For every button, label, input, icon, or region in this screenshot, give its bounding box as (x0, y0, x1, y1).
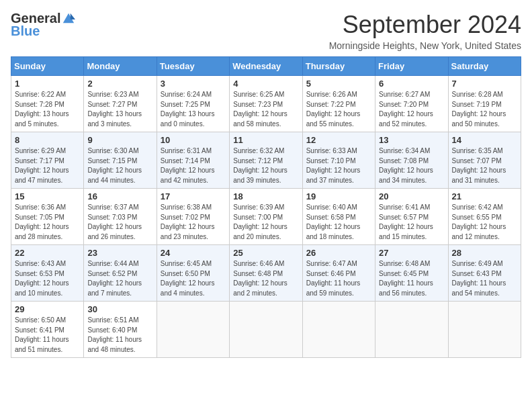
calendar-week-row: 8Sunrise: 6:29 AM Sunset: 7:17 PM Daylig… (11, 132, 521, 189)
calendar-cell: 27Sunrise: 6:48 AM Sunset: 6:45 PM Dayli… (375, 245, 448, 302)
day-info: Sunrise: 6:35 AM Sunset: 7:07 PM Dayligh… (452, 146, 517, 185)
calendar-cell: 19Sunrise: 6:40 AM Sunset: 6:58 PM Dayli… (302, 189, 375, 245)
calendar-cell: 7Sunrise: 6:28 AM Sunset: 7:19 PM Daylig… (448, 76, 521, 132)
weekday-header-monday: Monday (84, 57, 157, 76)
day-number: 20 (379, 191, 444, 201)
day-info: Sunrise: 6:36 AM Sunset: 7:05 PM Dayligh… (15, 203, 80, 242)
logo: General Blue (11, 11, 75, 39)
day-number: 9 (87, 135, 152, 145)
day-number: 12 (306, 135, 371, 145)
weekday-header-thursday: Thursday (302, 57, 375, 76)
day-info: Sunrise: 6:34 AM Sunset: 7:08 PM Dayligh… (379, 146, 444, 185)
calendar-cell: 22Sunrise: 6:43 AM Sunset: 6:53 PM Dayli… (11, 245, 84, 302)
calendar-cell: 15Sunrise: 6:36 AM Sunset: 7:05 PM Dayli… (11, 189, 84, 245)
page-header: General Blue September 2024 Morningside … (11, 11, 521, 51)
weekday-header-friday: Friday (375, 57, 448, 76)
calendar-cell: 13Sunrise: 6:34 AM Sunset: 7:08 PM Dayli… (375, 132, 448, 189)
calendar-cell: 20Sunrise: 6:41 AM Sunset: 6:57 PM Dayli… (375, 189, 448, 245)
calendar-cell (157, 302, 229, 358)
day-info: Sunrise: 6:50 AM Sunset: 6:41 PM Dayligh… (15, 316, 80, 355)
day-info: Sunrise: 6:48 AM Sunset: 6:45 PM Dayligh… (379, 259, 444, 298)
day-number: 23 (87, 248, 152, 258)
day-number: 22 (15, 248, 80, 258)
calendar-cell: 21Sunrise: 6:42 AM Sunset: 6:55 PM Dayli… (448, 189, 521, 245)
calendar-week-row: 22Sunrise: 6:43 AM Sunset: 6:53 PM Dayli… (11, 245, 521, 302)
day-number: 1 (15, 79, 80, 89)
day-number: 8 (15, 135, 80, 145)
calendar-cell: 30Sunrise: 6:51 AM Sunset: 6:40 PM Dayli… (84, 302, 157, 358)
day-number: 25 (233, 248, 298, 258)
calendar-cell: 14Sunrise: 6:35 AM Sunset: 7:07 PM Dayli… (448, 132, 521, 189)
calendar-cell: 1Sunrise: 6:22 AM Sunset: 7:28 PM Daylig… (11, 76, 84, 132)
day-number: 2 (87, 79, 152, 89)
day-number: 17 (161, 191, 226, 201)
weekday-header-row: SundayMondayTuesdayWednesdayThursdayFrid… (11, 57, 521, 76)
calendar-week-row: 1Sunrise: 6:22 AM Sunset: 7:28 PM Daylig… (11, 76, 521, 132)
day-number: 19 (306, 191, 371, 201)
day-info: Sunrise: 6:30 AM Sunset: 7:15 PM Dayligh… (87, 146, 152, 185)
calendar-cell: 9Sunrise: 6:30 AM Sunset: 7:15 PM Daylig… (84, 132, 157, 189)
day-info: Sunrise: 6:40 AM Sunset: 6:58 PM Dayligh… (306, 203, 371, 242)
day-number: 4 (233, 79, 298, 89)
day-info: Sunrise: 6:51 AM Sunset: 6:40 PM Dayligh… (87, 316, 152, 355)
logo-blue-text: Blue (11, 24, 40, 39)
weekday-header-tuesday: Tuesday (157, 57, 229, 76)
calendar-cell: 18Sunrise: 6:39 AM Sunset: 7:00 PM Dayli… (230, 189, 302, 245)
calendar-cell: 3Sunrise: 6:24 AM Sunset: 7:25 PM Daylig… (157, 76, 229, 132)
calendar-cell: 5Sunrise: 6:26 AM Sunset: 7:22 PM Daylig… (302, 76, 375, 132)
calendar-cell: 11Sunrise: 6:32 AM Sunset: 7:12 PM Dayli… (230, 132, 302, 189)
calendar-cell: 6Sunrise: 6:27 AM Sunset: 7:20 PM Daylig… (375, 76, 448, 132)
day-number: 16 (87, 191, 152, 201)
day-info: Sunrise: 6:44 AM Sunset: 6:52 PM Dayligh… (87, 259, 152, 298)
day-info: Sunrise: 6:28 AM Sunset: 7:19 PM Dayligh… (452, 90, 517, 129)
day-number: 15 (15, 191, 80, 201)
day-info: Sunrise: 6:33 AM Sunset: 7:10 PM Dayligh… (306, 146, 371, 185)
calendar-cell: 28Sunrise: 6:49 AM Sunset: 6:43 PM Dayli… (448, 245, 521, 302)
calendar-cell: 29Sunrise: 6:50 AM Sunset: 6:41 PM Dayli… (11, 302, 84, 358)
day-info: Sunrise: 6:39 AM Sunset: 7:00 PM Dayligh… (233, 203, 298, 242)
calendar-cell: 24Sunrise: 6:45 AM Sunset: 6:50 PM Dayli… (157, 245, 229, 302)
weekday-header-wednesday: Wednesday (230, 57, 302, 76)
day-number: 7 (452, 79, 517, 89)
calendar-cell (375, 302, 448, 358)
day-info: Sunrise: 6:31 AM Sunset: 7:14 PM Dayligh… (161, 146, 226, 185)
calendar-cell: 17Sunrise: 6:38 AM Sunset: 7:02 PM Dayli… (157, 189, 229, 245)
calendar-cell: 4Sunrise: 6:25 AM Sunset: 7:23 PM Daylig… (230, 76, 302, 132)
day-number: 21 (452, 191, 517, 201)
calendar-week-row: 29Sunrise: 6:50 AM Sunset: 6:41 PM Dayli… (11, 302, 521, 358)
day-number: 18 (233, 191, 298, 201)
day-number: 14 (452, 135, 517, 145)
month-title: September 2024 (329, 11, 521, 39)
day-number: 11 (233, 135, 298, 145)
calendar-cell: 23Sunrise: 6:44 AM Sunset: 6:52 PM Dayli… (84, 245, 157, 302)
day-info: Sunrise: 6:46 AM Sunset: 6:48 PM Dayligh… (233, 259, 298, 298)
day-info: Sunrise: 6:25 AM Sunset: 7:23 PM Dayligh… (233, 90, 298, 129)
day-info: Sunrise: 6:23 AM Sunset: 7:27 PM Dayligh… (87, 90, 152, 129)
svg-marker-1 (71, 13, 75, 19)
day-number: 5 (306, 79, 371, 89)
day-info: Sunrise: 6:49 AM Sunset: 6:43 PM Dayligh… (452, 259, 517, 298)
calendar-cell: 25Sunrise: 6:46 AM Sunset: 6:48 PM Dayli… (230, 245, 302, 302)
day-info: Sunrise: 6:45 AM Sunset: 6:50 PM Dayligh… (161, 259, 226, 298)
day-number: 24 (161, 248, 226, 258)
day-info: Sunrise: 6:22 AM Sunset: 7:28 PM Dayligh… (15, 90, 80, 129)
day-number: 30 (87, 304, 152, 314)
day-info: Sunrise: 6:38 AM Sunset: 7:02 PM Dayligh… (161, 203, 226, 242)
calendar-cell: 10Sunrise: 6:31 AM Sunset: 7:14 PM Dayli… (157, 132, 229, 189)
calendar-cell: 2Sunrise: 6:23 AM Sunset: 7:27 PM Daylig… (84, 76, 157, 132)
day-number: 27 (379, 248, 444, 258)
weekday-header-saturday: Saturday (448, 57, 521, 76)
day-info: Sunrise: 6:29 AM Sunset: 7:17 PM Dayligh… (15, 146, 80, 185)
calendar-cell (302, 302, 375, 358)
logo-icon (62, 12, 75, 26)
calendar-week-row: 15Sunrise: 6:36 AM Sunset: 7:05 PM Dayli… (11, 189, 521, 245)
calendar-table: SundayMondayTuesdayWednesdayThursdayFrid… (11, 56, 521, 358)
location-text: Morningside Heights, New York, United St… (329, 40, 521, 51)
day-number: 28 (452, 248, 517, 258)
calendar-cell: 16Sunrise: 6:37 AM Sunset: 7:03 PM Dayli… (84, 189, 157, 245)
day-info: Sunrise: 6:43 AM Sunset: 6:53 PM Dayligh… (15, 259, 80, 298)
day-info: Sunrise: 6:42 AM Sunset: 6:55 PM Dayligh… (452, 203, 517, 242)
day-info: Sunrise: 6:27 AM Sunset: 7:20 PM Dayligh… (379, 90, 444, 129)
day-number: 10 (161, 135, 226, 145)
day-number: 6 (379, 79, 444, 89)
